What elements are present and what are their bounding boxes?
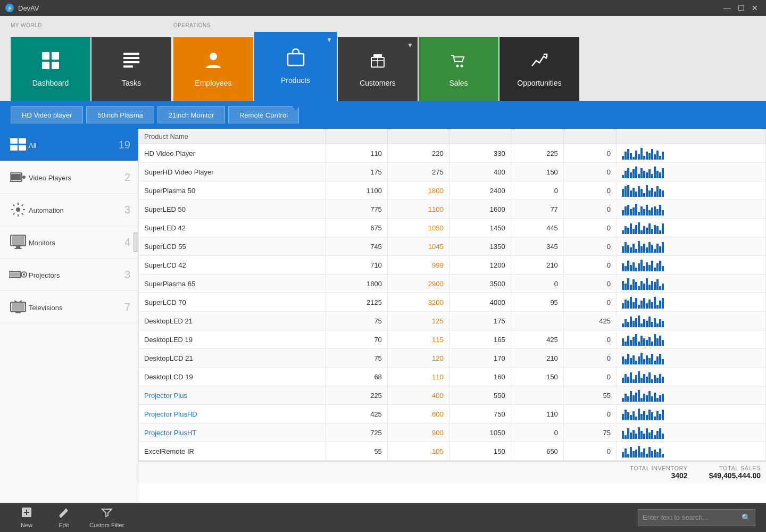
mini-bar [651, 412, 653, 420]
nav-tile-opportunities[interactable]: Opportunities [499, 37, 579, 101]
sparkline-cell [617, 330, 766, 349]
mini-bar [662, 394, 664, 402]
product-name-cell: SuperLED 50 [139, 200, 326, 219]
mini-bar [638, 286, 640, 290]
custom-filter-button[interactable]: Custom Filter [85, 504, 128, 530]
table-row[interactable]: SuperLCD 70212532004000950 [139, 293, 766, 312]
c5-cell: 0 [563, 181, 616, 200]
col-c3[interactable] [449, 129, 511, 144]
mini-bar [622, 281, 624, 290]
mini-bar [640, 323, 643, 327]
sidebar-item-automation[interactable]: Automation 3 [0, 194, 138, 226]
c4-cell: 77 [511, 200, 563, 219]
sidebar-item-projectors[interactable]: Projectors 3 [0, 259, 138, 291]
mini-bar [648, 433, 651, 439]
mini-bar [643, 209, 645, 215]
product-name-cell[interactable]: Projector Plus [139, 386, 326, 405]
table-row[interactable]: SuperLED 5077511001600770 [139, 200, 766, 219]
minimize-button[interactable]: — [721, 2, 733, 14]
tasks-icon [122, 51, 141, 74]
mini-bar [638, 305, 640, 309]
new-button[interactable]: New [11, 504, 43, 530]
mini-bar [638, 390, 640, 402]
table-row[interactable]: SuperHD Video Player1752754001500 [139, 163, 766, 181]
mini-bar [648, 372, 651, 383]
table-row[interactable]: HD Video Player1102203302250 [139, 144, 766, 163]
sparkline-cell [617, 181, 766, 200]
mini-bar [632, 244, 635, 253]
c1-cell: 75 [326, 349, 387, 368]
table-row[interactable]: SuperLCD 55745104513503450 [139, 237, 766, 256]
col-product-name[interactable]: Product Name [139, 129, 326, 144]
c1-cell: 2125 [326, 293, 387, 312]
mini-bar [651, 281, 653, 290]
search-input[interactable] [643, 513, 738, 521]
table-row[interactable]: DesktopLED 2175125175425 [139, 312, 766, 330]
table-row[interactable]: Projector PlusHT7259001050075 [139, 423, 766, 442]
mini-bar [625, 435, 627, 439]
nav-tile-products[interactable]: Products ▼ [254, 32, 337, 101]
mini-bar [662, 359, 664, 364]
inventory-value: 3402 [630, 471, 687, 480]
c1-cell: 68 [326, 368, 387, 386]
sidebar-item-all[interactable]: All 19 [0, 129, 138, 161]
mini-bar [659, 354, 661, 364]
mini-chart [622, 203, 760, 215]
table-row[interactable]: DesktopLCD 21751201702100 [139, 349, 766, 368]
c4-cell: 210 [511, 349, 563, 368]
mini-bar [640, 452, 643, 458]
bottom-toolbar: New Edit Custom Filter 🔍 [0, 503, 766, 532]
tab-monitor[interactable]: 21inch Monitor [157, 106, 225, 123]
table-row[interactable]: Projector Plus22540055055 [139, 386, 766, 405]
c3-cell: 1200 [449, 256, 511, 275]
mini-bar [630, 285, 632, 290]
nav-tile-customers[interactable]: Customers ▼ [338, 37, 418, 101]
table-row[interactable]: SuperPlasma 5011001800240000 [139, 181, 766, 200]
nav-tile-sales[interactable]: Sales [419, 37, 498, 101]
table-row[interactable]: SuperLCD 4271099912002100 [139, 256, 766, 275]
mini-bar [651, 174, 653, 178]
tab-plasma[interactable]: 50inch Plasma [86, 106, 154, 123]
nav-tile-employees[interactable]: Employees [173, 37, 253, 101]
sidebar-item-televisions[interactable]: Televisions 7 [0, 291, 138, 323]
mini-bar [648, 285, 651, 290]
sidebar-collapse-button[interactable]: ‹ [134, 232, 138, 252]
col-c4[interactable] [511, 129, 563, 144]
sidebar-item-video-players[interactable]: Video Players 2 [0, 161, 138, 194]
maximize-button[interactable]: ☐ [735, 2, 747, 14]
mini-bar [640, 353, 643, 364]
mini-bar [654, 268, 656, 271]
col-c2[interactable] [387, 129, 449, 144]
c2-cell: 999 [387, 256, 449, 275]
table-row[interactable]: DesktopLED 19701151654250 [139, 330, 766, 349]
nav-tile-dashboard[interactable]: Dashboard [11, 37, 90, 101]
mini-bar [662, 434, 664, 439]
col-c1[interactable] [326, 129, 387, 144]
mini-bar [654, 282, 656, 290]
product-name-cell[interactable]: Projector PlusHT [139, 423, 326, 442]
table-row[interactable]: SuperLED 42675105014504450 [139, 219, 766, 237]
video-players-icon [7, 167, 29, 188]
tab-hd-video[interactable]: HD Video player [11, 106, 83, 123]
operations-label: OPERATIONS [173, 22, 579, 28]
edit-button[interactable]: Edit [48, 504, 80, 530]
mini-bar [625, 359, 627, 364]
mini-bar [622, 398, 624, 402]
mini-bar [659, 205, 661, 215]
table-row[interactable]: ExcelRemote IR551051506500 [139, 442, 766, 461]
c3-cell: 150 [449, 442, 511, 461]
mini-bar [659, 428, 661, 439]
mini-bar [643, 448, 645, 458]
c5-cell: 55 [563, 386, 616, 405]
table-row[interactable]: Projector PlusHD4256007501100 [139, 405, 766, 423]
close-button[interactable]: ✕ [749, 2, 761, 14]
table-row[interactable]: DesktopLCD 19681101601500 [139, 368, 766, 386]
mini-bar [630, 340, 632, 346]
mini-bar [635, 249, 637, 253]
table-row[interactable]: SuperPlasma 6518002900350000 [139, 275, 766, 293]
sidebar-monitors-count: 4 [124, 236, 130, 248]
sidebar-item-monitors[interactable]: Monitors 4 ‹ [0, 226, 138, 259]
nav-tile-tasks[interactable]: Tasks [91, 37, 171, 101]
col-c5[interactable] [563, 129, 616, 144]
product-name-cell[interactable]: Projector PlusHD [139, 405, 326, 423]
